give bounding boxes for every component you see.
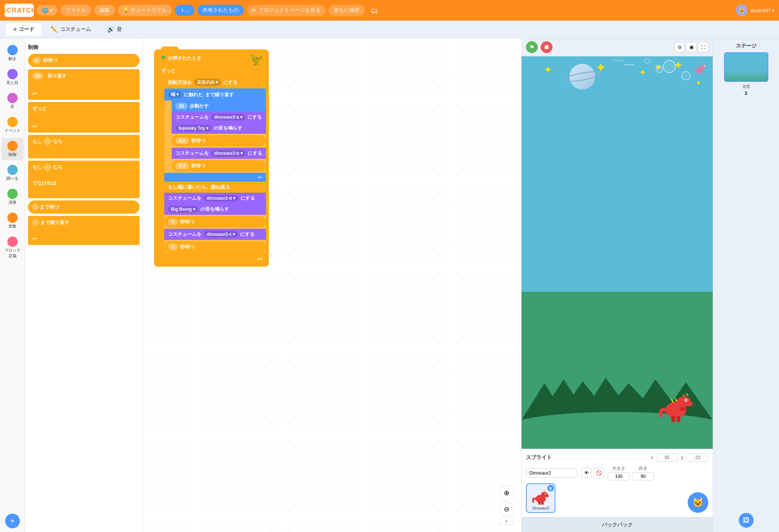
sound-bigboing-block[interactable]: Big Boing ▾ の音を鳴らす — [164, 204, 266, 215]
sidebar-item-variables[interactable]: 変数 — [1, 210, 24, 232]
scratch-logo[interactable]: SCRATCH — [4, 4, 34, 17]
tab-code[interactable]: ≡ コード — [6, 23, 42, 36]
if-block-palette[interactable]: もし なら — [28, 135, 140, 158]
stage-bottom-btns: 🖼 — [739, 513, 754, 528]
bounce-block[interactable]: もし端に着いたら、跳ね返る — [164, 182, 266, 193]
current-tab-button[interactable]: ト... — [175, 5, 195, 16]
control-dot — [7, 141, 18, 151]
hat-label: が押されたとき — [168, 55, 201, 62]
sprite-name-input[interactable] — [526, 468, 578, 477]
rotation-dropdown[interactable]: 左右のみ ▾ — [194, 78, 221, 86]
stage-thumbnail[interactable] — [724, 52, 768, 82]
content-area: 動き 見た目 音 イベント 制御 調べる — [0, 38, 779, 532]
costume-c-block[interactable]: コスチュームを dinosaur2-c ▾ にする — [164, 229, 266, 240]
user-menu[interactable]: 🐱 studio947 ▾ — [736, 4, 775, 16]
costume-b-block[interactable]: コスチュームを dinosaur2-b ▾ にする — [172, 148, 266, 159]
stop-button[interactable]: ⏹ — [541, 41, 552, 53]
size-input[interactable] — [608, 472, 630, 480]
project-page-button[interactable]: ⟳ プロジェクトページを見る — [247, 5, 326, 16]
zoom-out-button[interactable]: ⊖ — [499, 502, 514, 517]
repeat-body: 20 歩動かす コスチュームを dinosaur2-a ▾ にする — [172, 101, 266, 171]
fit-button[interactable]: = — [499, 518, 514, 525]
tutorial-button[interactable]: 💡 チュートリアル — [118, 5, 172, 16]
stage-thumb-bg — [725, 53, 768, 81]
if-else-block-palette[interactable]: もし なら でなければ — [28, 161, 140, 198]
globe-button[interactable]: 🌐 ▾ — [37, 5, 57, 15]
show-button[interactable]: 👁 — [581, 468, 592, 478]
direction-input[interactable] — [632, 472, 654, 480]
backpack-bar[interactable]: バックパック — [522, 517, 713, 532]
sidebar-item-motion[interactable]: 動き — [1, 42, 24, 64]
sound-squeaky-block[interactable]: Squeaky Toy ▾ の音を鳴らす — [172, 123, 266, 134]
shared-button[interactable]: 共有されたもの — [197, 5, 244, 16]
sprite-delete-button[interactable]: 🗑 — [547, 485, 554, 491]
sidebar-label-sound: 音 — [10, 104, 14, 109]
hide-button[interactable]: 🚫 — [594, 468, 604, 478]
diamond-placeholder — [43, 137, 52, 146]
dino-decoration: 🦖 — [249, 52, 264, 66]
save-button[interactable]: 直ちに保存 — [329, 5, 365, 16]
sidebar-item-looks[interactable]: 見た目 — [1, 66, 24, 88]
move-block[interactable]: 20 歩動かす — [172, 101, 266, 112]
wait-1-block-1[interactable]: 1 秒待つ — [164, 216, 266, 227]
costume-d-dropdown[interactable]: dinosaur2-d ▾ — [204, 195, 238, 202]
repeat-block-palette[interactable]: 10 回り返す ↩ — [28, 69, 140, 100]
sound-bigboing-dropdown[interactable]: Big Boing ▾ — [168, 206, 198, 213]
repeat-until-block[interactable]: 端 ▾ に触れた まで繰り返す — [164, 88, 266, 101]
y-input[interactable] — [686, 454, 708, 462]
rotation-block[interactable]: 回転方法を 左右のみ ▾ にする — [164, 76, 266, 88]
sound-squeaky-dropdown[interactable]: Squeaky Toy ▾ — [175, 125, 211, 132]
tab-costume[interactable]: ✏️ コスチューム — [43, 23, 98, 36]
svg-point-16 — [680, 407, 685, 411]
sidebar-item-control[interactable]: 制御 — [1, 138, 24, 160]
forever-block-palette[interactable]: ずっと ↩ — [28, 102, 140, 133]
forever-end: ↩ — [157, 254, 266, 264]
star-1: ✦ — [544, 64, 552, 76]
wait-1-block-2[interactable]: 1 秒待つ — [164, 241, 266, 252]
forever-header-block[interactable]: ずっと — [157, 65, 266, 76]
size-direction-row: 大きさ 向き — [608, 465, 654, 480]
costume-d-block[interactable]: コスチュームを dinosaur2-d ▾ にする — [164, 193, 266, 204]
sidebar-item-events[interactable]: イベント — [1, 114, 24, 136]
costume-b-dropdown[interactable]: dinosaur2-b ▾ — [211, 150, 246, 157]
costume-c-dropdown[interactable]: dinosaur2-c ▾ — [204, 231, 238, 238]
sidebar-item-sensing[interactable]: 調べる — [1, 162, 24, 184]
sidebar-item-operators[interactable]: 演算 — [1, 186, 24, 208]
stage-edit-button[interactable]: 🖼 — [739, 513, 754, 528]
sidebar-item-sound[interactable]: 音 — [1, 90, 24, 112]
layout-fullscreen-button[interactable]: ⛶ — [698, 42, 708, 52]
stage-controls: ⚑ ⏹ ⧉ ▣ ⛶ — [522, 38, 713, 56]
costume-a-block[interactable]: コスチュームを dinosaur2-a ▾ にする — [172, 112, 266, 123]
file-button[interactable]: ファイル — [60, 5, 91, 16]
folder-button[interactable]: 🗂 — [368, 5, 381, 16]
x-input[interactable] — [656, 454, 678, 462]
wait-0.3-block-1[interactable]: 0.3 秒待つ — [172, 135, 266, 146]
script-area[interactable]: ⚑ が押されたとき 🦖 ずっと 回転方法を — [143, 38, 521, 532]
sidebar: 動き 見た目 音 イベント 制御 調べる — [0, 38, 25, 532]
layout-normal-button[interactable]: ▣ — [686, 42, 696, 52]
green-flag-button[interactable]: ⚑ — [526, 41, 538, 53]
dinosaur2-sprite-thumb[interactable]: 🗑 Dinosaur2 — [526, 483, 555, 513]
edge-dropdown[interactable]: 端 ▾ — [168, 91, 182, 98]
wait-0.3-block-2[interactable]: 0.3 秒待つ — [172, 160, 266, 171]
costume-a-dropdown[interactable]: dinosaur2-a ▾ — [211, 114, 245, 120]
svg-marker-12 — [682, 393, 685, 396]
svg-marker-28 — [544, 490, 546, 491]
repeat-until-block-palette[interactable]: まで繰り返す ↩ — [28, 216, 140, 245]
add-sprite-button[interactable]: 🐱 — [688, 492, 708, 513]
layout-small-button[interactable]: ⧉ — [674, 42, 685, 52]
tab-sound[interactable]: 🔊 音 — [100, 23, 129, 36]
add-extension-button[interactable]: + — [5, 514, 20, 528]
repeat-end: ↩ — [164, 173, 266, 182]
wait-block[interactable]: 1 秒待つ — [28, 54, 140, 67]
bubble-3 — [656, 66, 663, 73]
variables-dot — [7, 213, 18, 223]
costume-icon: ✏️ — [50, 26, 58, 33]
zoom-in-button[interactable]: ⊕ — [499, 486, 514, 500]
dinosaur-sprite[interactable] — [657, 386, 694, 423]
sidebar-item-myblocks[interactable]: ブロック定義 — [1, 234, 24, 262]
edit-button[interactable]: 編集 — [94, 5, 115, 16]
move-steps[interactable]: 20 — [175, 103, 187, 109]
hat-block[interactable]: ⚑ が押されたとき 🦖 — [155, 51, 267, 65]
wait-until-block[interactable]: まで待つ — [28, 200, 140, 214]
